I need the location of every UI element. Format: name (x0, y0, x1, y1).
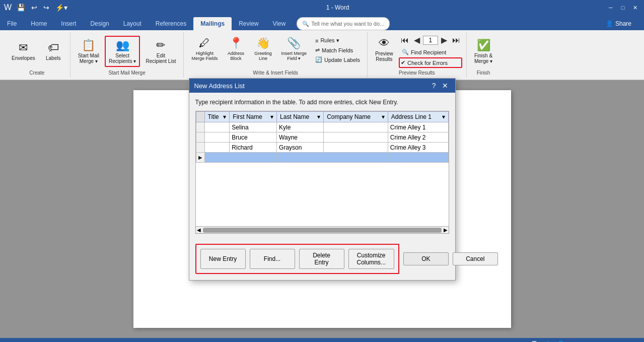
address-table-area: Title ▾ First Name ▾ (195, 111, 449, 227)
row-arrow-icon: ▶ (198, 155, 202, 160)
row3-title[interactable] (204, 143, 230, 153)
row1-company[interactable] (324, 122, 388, 132)
delete-entry-button[interactable]: Delete Entry (299, 249, 344, 269)
cancel-button[interactable]: Cancel (453, 252, 498, 265)
col-company-name: Company Name ▾ (324, 112, 388, 122)
customize-columns-button[interactable]: Customize Columns... (348, 249, 394, 269)
table-row-active: ▶ (196, 153, 448, 163)
col-title: Title ▾ (204, 112, 230, 122)
table-row: Selina Kyle Crime Alley 1 (196, 122, 448, 132)
row3-company[interactable] (324, 143, 388, 153)
new-entry-button[interactable]: New Entry (200, 249, 246, 269)
row1-lastname[interactable]: Kyle (277, 122, 324, 132)
table-row: Bruce Wayne Crime Alley 2 (196, 132, 448, 143)
row1-title[interactable] (204, 122, 230, 132)
new-address-list-dialog: New Address List ? ✕ Type recipient info… (189, 78, 456, 281)
row1-firstname[interactable]: Selina (230, 122, 277, 132)
h-scroll-thumb[interactable] (203, 228, 442, 233)
table-header-row: Title ▾ First Name ▾ (196, 112, 448, 122)
scroll-right-icon[interactable]: ▶ (444, 227, 448, 233)
row2-address[interactable]: Crime Alley 2 (388, 132, 448, 143)
row-marker-header (196, 112, 204, 122)
row3-address[interactable]: Crime Alley 3 (388, 143, 448, 153)
row2-company[interactable] (324, 132, 388, 143)
new-row-firstname[interactable] (230, 153, 277, 163)
row3-lastname[interactable]: Grayson (277, 143, 324, 153)
row-marker-3 (196, 143, 204, 153)
col-address-line-1: Address Line 1 ▾ (388, 112, 448, 122)
find-button[interactable]: Find... (250, 249, 295, 269)
new-row-title[interactable] (204, 153, 230, 163)
dialog-body: Type recipient information in the table.… (189, 93, 455, 240)
new-row-address[interactable] (388, 153, 448, 163)
row2-lastname[interactable]: Wayne (277, 132, 324, 143)
scroll-left-icon[interactable]: ◀ (197, 227, 201, 233)
dialog-title-bar: New Address List ? ✕ (189, 79, 455, 93)
entry-buttons-group: New Entry Find... Delete Entry Customize… (195, 244, 399, 274)
ok-button[interactable]: OK (403, 252, 449, 265)
dialog-overlay: New Address List ? ✕ Type recipient info… (0, 0, 644, 342)
dialog-help-button[interactable]: ? (430, 82, 438, 90)
row2-firstname[interactable]: Bruce (230, 132, 277, 143)
dialog-instruction: Type recipient information in the table.… (195, 99, 449, 106)
row1-address[interactable]: Crime Alley 1 (388, 122, 448, 132)
table-horizontal-scrollbar[interactable]: ◀ ▶ (195, 227, 449, 234)
dialog-title: New Address List (194, 82, 245, 90)
row-marker-1 (196, 122, 204, 132)
col-first-name: First Name ▾ (230, 112, 277, 122)
new-row-company[interactable] (324, 153, 388, 163)
dialog-close-button[interactable]: ✕ (440, 82, 450, 90)
table-row: Richard Grayson Crime Alley 3 (196, 143, 448, 153)
new-row-lastname[interactable] (277, 153, 324, 163)
row3-firstname[interactable]: Richard (230, 143, 277, 153)
row-marker-2 (196, 132, 204, 143)
ok-cancel-buttons: OK Cancel (403, 252, 498, 265)
row2-title[interactable] (204, 132, 230, 143)
col-last-name: Last Name ▾ (277, 112, 324, 122)
address-table: Title ▾ First Name ▾ (196, 111, 449, 163)
dialog-buttons-area: New Entry Find... Delete Entry Customize… (189, 240, 455, 280)
dialog-title-icons: ? ✕ (430, 82, 450, 90)
row-marker-active: ▶ (196, 153, 204, 163)
